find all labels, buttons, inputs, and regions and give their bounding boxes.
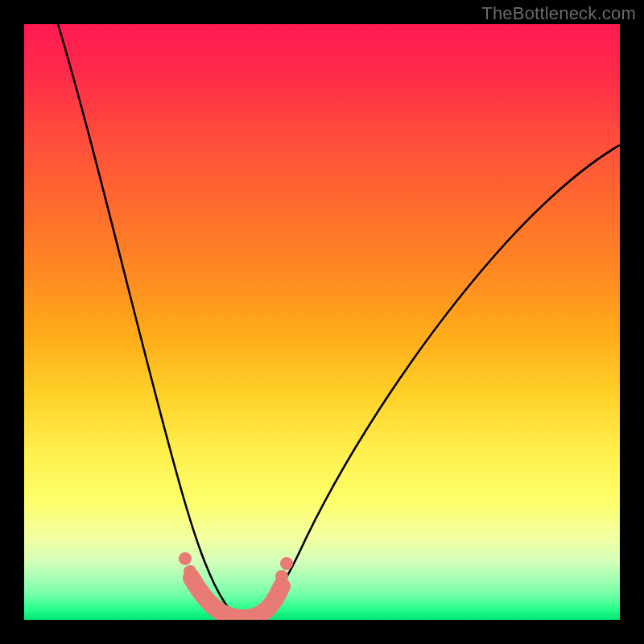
chart-stage: TheBottleneck.com [0, 0, 644, 644]
highlight-dot-right-lower [275, 570, 288, 583]
plot-area [24, 24, 620, 620]
bottleneck-curve [58, 24, 620, 618]
highlight-dot-left-lower [184, 565, 196, 578]
highlight-band [192, 578, 282, 618]
highlight-dot-right-upper [280, 557, 293, 570]
curve-layer [24, 24, 620, 620]
highlight-dot-left-upper [179, 552, 192, 565]
watermark-label: TheBottleneck.com [481, 3, 636, 24]
